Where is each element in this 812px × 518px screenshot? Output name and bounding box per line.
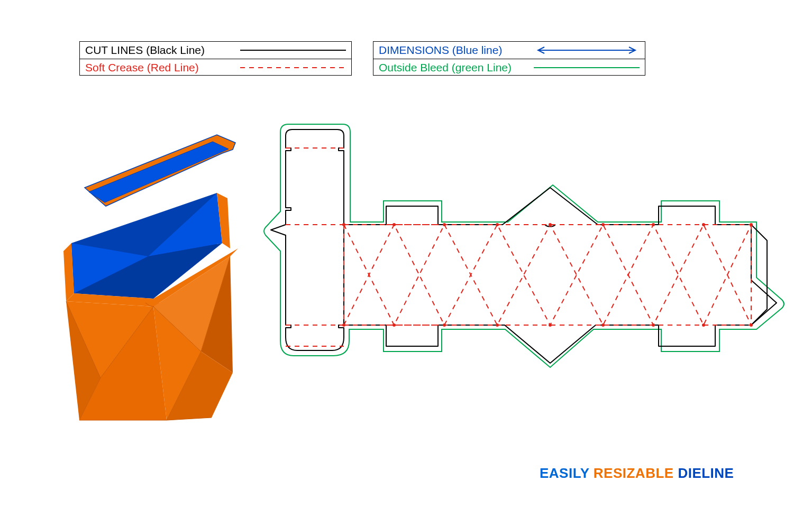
tagline: EASILY RESIZABLE DIELINE [540, 465, 734, 482]
svg-point-24 [342, 223, 345, 226]
svg-point-40 [750, 223, 753, 226]
svg-point-30 [496, 223, 499, 226]
tagline-word-3: DIELINE [678, 465, 734, 481]
crease-nodes [342, 223, 753, 327]
solid-line-icon [240, 48, 346, 52]
dieline-svg [259, 119, 788, 447]
solid-green-line-icon [534, 66, 640, 70]
dieline-flat [259, 119, 788, 447]
crease-lines [286, 148, 751, 346]
dashed-line-icon [240, 66, 346, 70]
svg-point-32 [549, 223, 552, 226]
svg-point-25 [342, 323, 345, 327]
legend-row-bleed: Outside Bleed (green Line) [373, 59, 645, 76]
tagline-word-1: EASILY [540, 465, 589, 481]
svg-point-37 [652, 323, 655, 327]
legend-row-dimensions: DIMENSIONS (Blue line) [373, 42, 645, 59]
legend-label-cut: CUT LINES (Black Line) [85, 44, 240, 57]
svg-point-35 [601, 323, 605, 327]
bleed-outline [264, 124, 784, 367]
box-3d-svg [42, 124, 254, 436]
legend-sample-cut [240, 48, 346, 52]
svg-point-34 [601, 223, 605, 226]
svg-point-38 [702, 223, 705, 226]
box-3d-render [42, 124, 254, 436]
legend-sample-dimensions [534, 47, 640, 54]
canvas: CUT LINES (Black Line) Soft Crease (Red … [0, 0, 812, 518]
legend-left: CUT LINES (Black Line) Soft Crease (Red … [79, 41, 352, 76]
legend-label-dimensions: DIMENSIONS (Blue line) [379, 44, 534, 57]
svg-point-36 [652, 223, 655, 226]
svg-point-33 [549, 323, 552, 327]
svg-point-27 [393, 323, 396, 327]
svg-point-31 [496, 323, 499, 327]
cut-lines [271, 130, 777, 363]
legend-sample-crease [240, 66, 346, 70]
double-arrow-icon [534, 47, 640, 54]
tagline-word-2: RESIZABLE [594, 465, 674, 481]
svg-point-28 [443, 223, 446, 226]
svg-point-41 [750, 323, 753, 327]
svg-point-26 [393, 223, 396, 226]
svg-point-39 [702, 323, 705, 327]
legend-label-crease: Soft Crease (Red Line) [85, 61, 240, 74]
legend-sample-bleed [534, 66, 640, 70]
legend-label-bleed: Outside Bleed (green Line) [379, 61, 534, 74]
legend-row-cut: CUT LINES (Black Line) [80, 42, 351, 59]
lid-inner [89, 142, 229, 202]
legend-row-crease: Soft Crease (Red Line) [80, 59, 351, 76]
svg-point-29 [443, 323, 446, 327]
legend-right: DIMENSIONS (Blue line) Outside Bleed (gr… [373, 41, 645, 76]
